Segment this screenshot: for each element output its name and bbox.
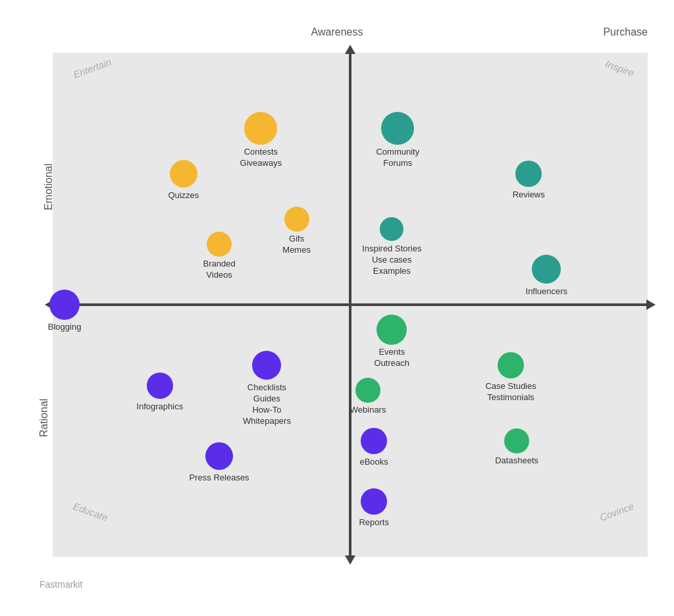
dot-branded-videos [207, 232, 232, 257]
arrow-up [345, 45, 355, 54]
dot-label-community-forums: CommunityForums [376, 147, 419, 169]
dot-label-gifs-memes: GifsMemes [282, 234, 311, 256]
dot-gifs-memes [284, 207, 309, 232]
dot-label-contests: ContestsGiveaways [240, 147, 282, 169]
axis-awareness-label: Awareness [311, 26, 363, 38]
dot-label-ebooks: eBooks [359, 457, 388, 468]
dot-datasheets [504, 428, 529, 453]
dot-label-checklists: ChecklistsGuidesHow-ToWhitepapers [243, 382, 291, 427]
quadrant-area: Entertain Inspire Educate Covince Quizze… [53, 53, 648, 557]
dot-label-press-releases: Press Releases [190, 473, 249, 484]
axis-rational-label: Rational [38, 398, 50, 437]
dot-label-datasheets: Datasheets [495, 455, 538, 467]
dot-contests [244, 112, 277, 145]
dot-label-branded-videos: BrandedVideos [203, 259, 236, 281]
footer-label: Fastmarkit [39, 579, 82, 590]
dot-label-webinars: Webinars [350, 405, 386, 416]
corner-educate-label: Educate [72, 500, 110, 523]
vertical-axis [349, 53, 351, 557]
dot-reports [361, 488, 387, 515]
dot-blogging [49, 290, 80, 320]
dot-inspired-stories [380, 217, 403, 241]
dot-label-reviews: Reviews [513, 190, 545, 201]
dot-quizzes [170, 160, 197, 188]
dot-webinars [355, 378, 380, 403]
dot-infographics [147, 372, 173, 399]
dot-label-events-outreach: EventsOutreach [375, 347, 409, 369]
dot-label-reports: Reports [359, 517, 389, 528]
dot-ebooks [361, 428, 387, 454]
corner-entertain-label: Entertain [72, 56, 113, 80]
dot-events-outreach [376, 315, 407, 345]
arrow-down [345, 555, 355, 565]
corner-convince-label: Covince [598, 500, 636, 523]
axis-purchase-label: Purchase [603, 26, 648, 38]
arrow-right [646, 299, 656, 310]
dot-influencers [532, 255, 561, 284]
dot-press-releases [205, 442, 233, 470]
dot-label-infographics: Infographics [136, 401, 183, 413]
dot-case-studies [498, 352, 524, 378]
dot-label-blogging: Blogging [48, 322, 82, 333]
dot-community-forums [381, 112, 414, 145]
chart-container: Awareness Purchase Emotional Rational En… [20, 20, 654, 596]
dot-checklists [252, 351, 281, 380]
dot-label-case-studies: Case StudiesTestimonials [485, 381, 536, 403]
dot-label-inspired-stories: Inspired StoriesUse casesExamples [362, 244, 421, 277]
corner-inspire-label: Inspire [604, 58, 635, 78]
dot-label-influencers: Influencers [526, 286, 568, 297]
dot-label-quizzes: Quizzes [168, 190, 199, 201]
dot-reviews [515, 161, 542, 187]
